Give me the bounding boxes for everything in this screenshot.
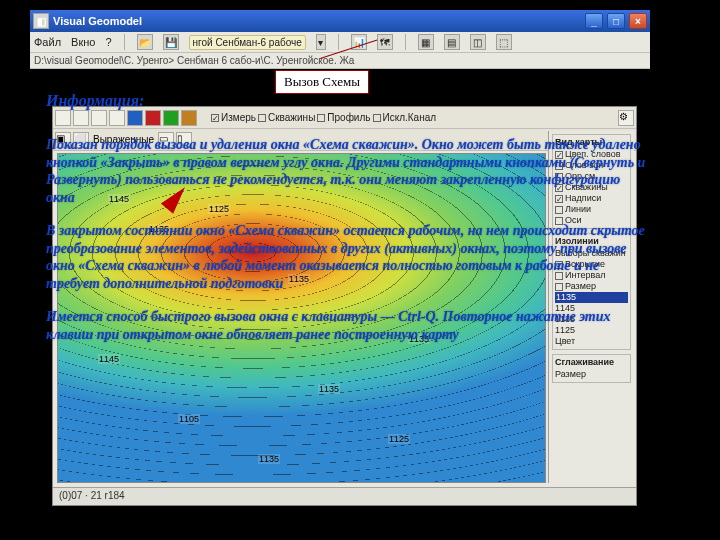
save-icon[interactable]: 💾	[163, 34, 179, 50]
callout-box: Вызов Схемы	[275, 70, 369, 94]
opt-razmer2[interactable]: Размер	[555, 369, 628, 380]
contour-label: 1105	[178, 414, 200, 424]
menubar: Файл Вкно ? 📂 💾 нгой Сенбман-6 рабоче ▾ …	[30, 32, 650, 53]
app-icon: ◧	[33, 13, 49, 29]
tool3-icon[interactable]: ◫	[470, 34, 486, 50]
overlay-p3: Имеется способ быстрого вызова окна с кл…	[46, 308, 646, 343]
minimize-button[interactable]: _	[585, 13, 603, 29]
contour-label: 1135	[258, 454, 280, 464]
open-icon[interactable]: 📂	[137, 34, 153, 50]
overlay-p1: Показан порядок вызова и удаления окна «…	[46, 136, 646, 206]
overlay-annotation: Информация: Показан порядок вызова и уда…	[46, 92, 646, 359]
tool4-icon[interactable]: ⬚	[496, 34, 512, 50]
contour-label: 1125	[388, 434, 410, 444]
app-title: Visual Geomodel	[53, 15, 142, 27]
tool1-icon[interactable]: ▦	[418, 34, 434, 50]
titlebar[interactable]: ◧ Visual Geomodel _ □ ×	[30, 10, 650, 32]
overlay-p2: В закрытом состоянии окно «Схема скважин…	[46, 222, 646, 292]
contour-label: 1135	[318, 384, 340, 394]
status-bar: (0)07 · 21 r184	[53, 487, 636, 505]
menu-file[interactable]: Файл	[34, 36, 61, 48]
overlay-heading: Информация:	[46, 92, 646, 110]
menu-window[interactable]: Вкно	[71, 36, 95, 48]
close-button[interactable]: ×	[629, 13, 647, 29]
menu-help[interactable]: ?	[105, 36, 111, 48]
chevron-down-icon[interactable]: ▾	[316, 34, 326, 50]
tool2-icon[interactable]: ▤	[444, 34, 460, 50]
maximize-button[interactable]: □	[607, 13, 625, 29]
project-combo[interactable]: нгой Сенбман-6 рабоче	[189, 35, 306, 50]
